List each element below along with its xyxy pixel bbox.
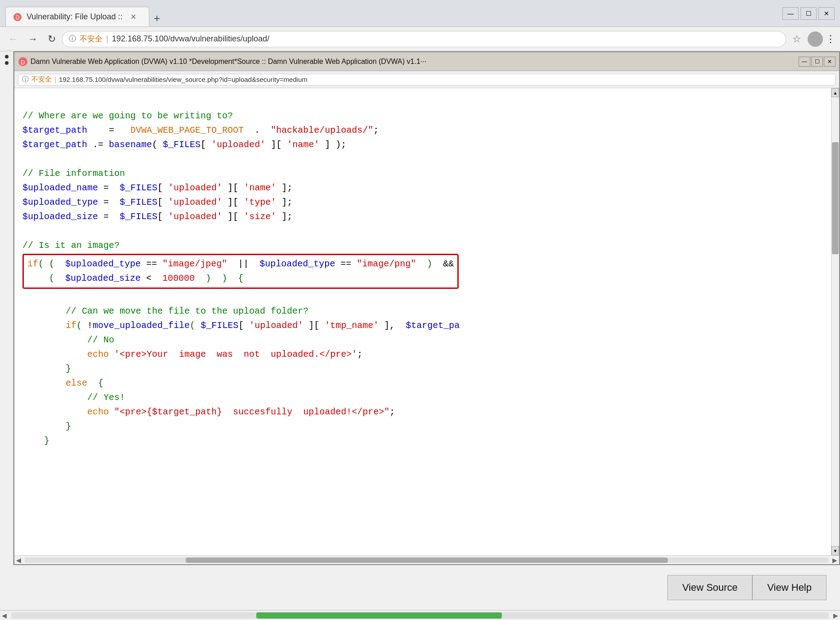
scroll-down-button[interactable]: ▼ <box>831 546 839 555</box>
tab-area: D Vulnerability: File Upload :: ✕ + <box>5 0 779 27</box>
hscroll-left-btn[interactable]: ◀ <box>14 557 23 564</box>
back-button[interactable]: ← <box>4 31 22 47</box>
bottom-bar: View Source View Help <box>0 565 840 610</box>
inner-maximize-button[interactable]: ☐ <box>811 57 823 67</box>
scroll-up-button[interactable]: ▲ <box>831 88 839 97</box>
outer-hscroll-left-btn[interactable]: ◀ <box>0 612 9 619</box>
inner-title-bar: D Damn Vulnerable Web Application (DVWA)… <box>14 52 839 71</box>
scroll-thumb <box>832 142 839 255</box>
outer-hscroll-right-btn[interactable]: ▶ <box>831 612 840 619</box>
bookmark-button[interactable]: ☆ <box>789 31 805 47</box>
svg-text:D: D <box>16 14 20 21</box>
maximize-button[interactable]: ☐ <box>800 7 817 20</box>
hscroll-thumb <box>186 557 668 563</box>
title-bar: D Vulnerability: File Upload :: ✕ + — ☐ … <box>0 0 840 27</box>
inner-horizontal-scrollbar[interactable]: ◀ ▶ <box>14 555 839 564</box>
tab-title: Vulnerability: File Upload :: <box>27 12 122 22</box>
svg-text:D: D <box>21 58 25 65</box>
left-panel <box>0 51 13 565</box>
window-controls: — ☐ ✕ <box>782 7 835 20</box>
security-icon: ⓘ <box>69 34 76 44</box>
inner-security-icon: ⓘ <box>22 75 29 84</box>
profile-button[interactable] <box>808 31 823 47</box>
reload-button[interactable]: ↻ <box>44 31 59 47</box>
inner-nav-bar: ⓘ 不安全 | 192.168.75.100/dvwa/vulnerabilit… <box>14 71 839 88</box>
main-content-area: D Damn Vulnerable Web Application (DVWA)… <box>0 51 840 565</box>
browser-window: D Vulnerability: File Upload :: ✕ + — ☐ … <box>0 0 840 620</box>
tab-close-btn[interactable]: ✕ <box>130 13 136 21</box>
bullet-1 <box>5 55 9 58</box>
inner-address-divider: | <box>54 76 56 83</box>
scroll-track[interactable] <box>831 97 839 546</box>
inner-minimize-button[interactable]: — <box>799 57 810 67</box>
security-label: 不安全 <box>80 34 103 44</box>
view-help-button[interactable]: View Help <box>752 575 827 600</box>
forward-button[interactable]: → <box>24 31 41 47</box>
hscroll-right-btn[interactable]: ▶ <box>831 557 839 564</box>
view-source-button[interactable]: View Source <box>667 575 752 600</box>
outer-horizontal-scrollbar[interactable]: ◀ ▶ <box>0 610 840 620</box>
inner-security-label: 不安全 <box>31 75 52 84</box>
inner-close-button[interactable]: ✕ <box>824 57 836 67</box>
inner-window-controls: — ☐ ✕ <box>799 57 836 67</box>
inner-address-bar[interactable]: ⓘ 不安全 | 192.168.75.100/dvwa/vulnerabilit… <box>18 74 836 85</box>
hscroll-track[interactable] <box>25 557 829 563</box>
address-bar[interactable]: ⓘ 不安全 | 192.168.75.100/dvwa/vulnerabilit… <box>62 31 786 47</box>
close-button[interactable]: ✕ <box>818 7 835 20</box>
outer-hscroll-track[interactable] <box>11 612 829 619</box>
outer-hscroll-thumb <box>256 612 501 619</box>
inner-address-url: 192.168.75.100/dvwa/vulnerabilities/view… <box>59 76 308 83</box>
nav-bar: ← → ↻ ⓘ 不安全 | 192.168.75.100/dvwa/vulner… <box>0 27 840 51</box>
code-panel: // Where are we going to be writing to? … <box>14 88 839 555</box>
inner-window-title: Damn Vulnerable Web Application (DVWA) v… <box>31 58 796 66</box>
code-scroll-area[interactable]: // Where are we going to be writing to? … <box>14 88 831 555</box>
menu-button[interactable]: ⋮ <box>826 33 836 45</box>
highlighted-code-block: if( ( $uploaded_type == "image/jpeg" || … <box>22 254 459 289</box>
tab-favicon: D <box>13 13 22 22</box>
minimize-button[interactable]: — <box>782 7 799 20</box>
bullet-2 <box>5 61 9 65</box>
code-content: // Where are we going to be writing to? … <box>22 94 823 463</box>
browser-tab[interactable]: D Vulnerability: File Upload :: ✕ <box>5 7 149 27</box>
address-divider: | <box>106 34 108 44</box>
inner-tab-favicon: D <box>18 57 28 67</box>
vertical-scrollbar[interactable]: ▲ ▼ <box>831 88 839 555</box>
new-tab-button[interactable]: + <box>149 10 165 27</box>
address-url: 192.168.75.100/dvwa/vulnerabilities/uplo… <box>112 34 269 44</box>
inner-browser-window: D Damn Vulnerable Web Application (DVWA)… <box>13 51 840 565</box>
